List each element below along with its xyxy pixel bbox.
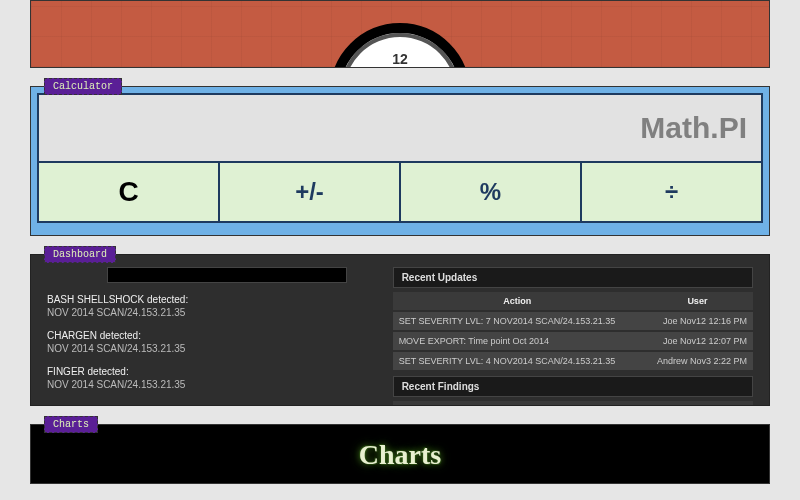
updates-header-user: User [642, 292, 753, 311]
table-row: SET SEVERITY LVL: 7 NOV2014 SCAN/24.153.… [393, 311, 753, 331]
divide-button[interactable]: ÷ [582, 163, 761, 221]
dashboard-widget: Dashboard BASH SHELLSHOCK detected: NOV … [30, 254, 770, 406]
alert-item: FINGER detected: NOV 2014 SCAN/24.153.21… [47, 365, 375, 391]
dashboard-left-panel: BASH SHELLSHOCK detected: NOV 2014 SCAN/… [47, 267, 375, 397]
charts-widget: Charts Charts [30, 424, 770, 484]
percent-button[interactable]: % [401, 163, 582, 221]
findings-header-risk: Risk Level [600, 401, 753, 406]
calculator-widget: Calculator Math.PI C +/- % ÷ [30, 86, 770, 236]
clear-button[interactable]: C [39, 163, 220, 221]
dashboard-label: Dashboard [44, 246, 116, 263]
update-user: Andrew Nov3 2:22 PM [642, 351, 753, 370]
clock-hour-12: 12 [392, 51, 408, 67]
clock-widget: 12 [30, 0, 770, 68]
updates-section-title: Recent Updates [393, 267, 753, 288]
update-user: Joe Nov12 12:07 PM [642, 331, 753, 351]
dashboard-right-panel: Recent Updates Action User SET SEVERITY … [393, 267, 753, 397]
alert-subtitle: NOV 2014 SCAN/24.153.21.35 [47, 342, 375, 355]
findings-section-title: Recent Findings [393, 376, 753, 397]
update-action: SET SEVERITY LVL: 7 NOV2014 SCAN/24.153.… [393, 311, 642, 331]
alert-title: CHARGEN detected: [47, 329, 375, 342]
alert-item: CHARGEN detected: NOV 2014 SCAN/24.153.2… [47, 329, 375, 355]
table-row: MOVE EXPORT: Time point Oct 2014 Joe Nov… [393, 331, 753, 351]
updates-header-action: Action [393, 292, 642, 311]
charts-title: Charts [31, 439, 769, 471]
findings-table: Host Finding Risk Level [393, 401, 753, 406]
calculator-label: Calculator [44, 78, 122, 95]
table-row: SET SEVERITY LVL: 4 NOV2014 SCAN/24.153.… [393, 351, 753, 370]
alert-subtitle: NOV 2014 SCAN/24.153.21.35 [47, 306, 375, 319]
alert-title: FINGER detected: [47, 365, 375, 378]
update-action: MOVE EXPORT: Time point Oct 2014 [393, 331, 642, 351]
alert-subtitle: NOV 2014 SCAN/24.153.21.35 [47, 378, 375, 391]
dashboard-body: BASH SHELLSHOCK detected: NOV 2014 SCAN/… [30, 254, 770, 406]
charts-body: Charts [30, 424, 770, 484]
calculator-display-text: Math.PI [640, 111, 747, 145]
search-input[interactable] [107, 267, 347, 283]
findings-header-finding: Finding [479, 401, 600, 406]
alert-item: BASH SHELLSHOCK detected: NOV 2014 SCAN/… [47, 293, 375, 319]
calculator-row: C +/- % ÷ [37, 163, 763, 223]
calculator-display: Math.PI [37, 93, 763, 163]
update-action: SET SEVERITY LVL: 4 NOV2014 SCAN/24.153.… [393, 351, 642, 370]
charts-label: Charts [44, 416, 98, 433]
findings-header-host: Host [393, 401, 480, 406]
updates-table: Action User SET SEVERITY LVL: 7 NOV2014 … [393, 292, 753, 370]
calculator-body: Math.PI C +/- % ÷ [30, 86, 770, 236]
update-user: Joe Nov12 12:16 PM [642, 311, 753, 331]
alert-title: BASH SHELLSHOCK detected: [47, 293, 375, 306]
sign-button[interactable]: +/- [220, 163, 401, 221]
